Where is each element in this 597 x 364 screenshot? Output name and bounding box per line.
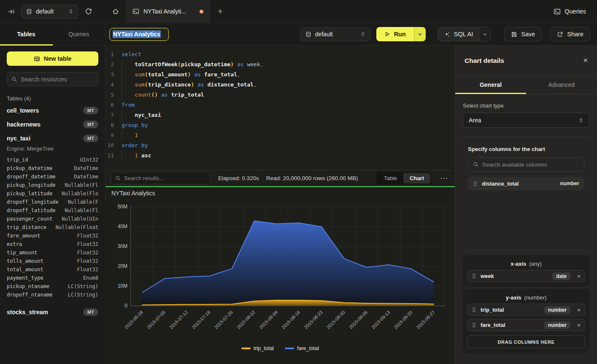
type-badge: number	[544, 306, 570, 314]
sidebar-item-stocks-stream[interactable]: stocks_stream MT	[7, 305, 98, 319]
legend-swatch	[285, 348, 294, 349]
chart-type-select[interactable]: Area	[463, 113, 589, 128]
columns-search[interactable]	[468, 157, 584, 172]
drag-handle-icon[interactable]	[473, 181, 478, 186]
drag-handle-icon[interactable]	[472, 307, 476, 313]
column-row[interactable]: pickup_datetimeDateTime	[7, 164, 98, 173]
column-row[interactable]: payment_typeEnum8	[7, 274, 98, 282]
available-column-distance-total[interactable]: distance_total number	[468, 177, 584, 190]
table-name: cell_towers	[7, 107, 39, 114]
run-database-selector[interactable]: default	[300, 27, 370, 41]
drop-zone[interactable]: DRAG COLUMNS HERE	[467, 335, 585, 348]
new-tab-button[interactable]: +	[210, 0, 230, 23]
query-title-input[interactable]: NYTaxi Analytics	[109, 28, 169, 41]
svg-text:2015-08-02: 2015-08-02	[236, 310, 256, 330]
column-row[interactable]: pickup_ntanameLC(String)	[7, 282, 98, 291]
query-title-selected-text: NYTaxi Analytics	[113, 30, 161, 38]
y-axis-item-fare-total[interactable]: fare_total number ×	[467, 319, 585, 331]
sidebar-item-cell-towers[interactable]: cell_towers MT	[7, 103, 98, 117]
sql-ai-button[interactable]: SQL AI	[438, 27, 479, 41]
database-selector[interactable]: default	[21, 5, 78, 19]
top-bar-left: default	[0, 0, 105, 23]
remove-column-icon[interactable]: ×	[577, 322, 581, 329]
query-tab[interactable]: NYTaxi Analyti...	[126, 0, 210, 23]
legend-item-trip-total[interactable]: trip_total	[241, 345, 274, 351]
results-search[interactable]	[111, 172, 211, 184]
svg-text:2015-09-27: 2015-09-27	[416, 310, 436, 330]
svg-text:2015-08-16: 2015-08-16	[281, 310, 301, 330]
database-selector-value: default	[315, 31, 333, 38]
column-row[interactable]: pickup_longitudeNullable(Fl	[7, 181, 98, 189]
legend-swatch	[241, 348, 251, 349]
refresh-icon[interactable]	[85, 8, 92, 15]
column-row[interactable]: extraFloat32	[7, 240, 98, 248]
results-search-input[interactable]	[124, 175, 206, 181]
column-row[interactable]: total_amountFloat32	[7, 265, 98, 274]
svg-text:20M: 20M	[118, 263, 127, 269]
column-row[interactable]: trip_idUInt32	[7, 156, 98, 164]
sql-editor[interactable]: 1select2 toStartOfWeek(pickup_datetime) …	[105, 46, 455, 170]
remove-column-icon[interactable]: ×	[577, 273, 581, 280]
more-options-button[interactable]: ···	[440, 175, 448, 182]
panel-tabs: General Advanced	[455, 76, 597, 94]
run-options-button[interactable]	[414, 27, 426, 41]
collapse-sidebar-icon[interactable]	[8, 8, 15, 15]
run-button[interactable]: Run	[376, 27, 414, 41]
sidebar-item-nyc-taxi[interactable]: nyc_taxi MT	[7, 131, 98, 145]
sidebar-search[interactable]	[7, 72, 98, 86]
new-table-label: New table	[44, 55, 71, 62]
close-icon[interactable]: ×	[583, 56, 588, 65]
home-button[interactable]	[105, 0, 126, 23]
column-row[interactable]: dropoff_longitudeNullable(F	[7, 198, 98, 206]
column-row[interactable]: passenger_countNullable(UIn	[7, 215, 98, 223]
view-toggle-table[interactable]: Table	[378, 173, 403, 183]
column-list: trip_idUInt32pickup_datetimeDateTimedrop…	[7, 156, 98, 299]
legend-label: trip_total	[254, 345, 274, 351]
save-button[interactable]: Save	[504, 27, 542, 41]
queries-button[interactable]: Queries	[554, 0, 597, 23]
chevron-down-icon	[483, 32, 487, 37]
legend-item-fare-total[interactable]: fare_total	[285, 345, 319, 351]
tab-advanced[interactable]: Advanced	[526, 76, 597, 94]
drag-handle-icon[interactable]	[472, 273, 476, 279]
run-label: Run	[394, 31, 406, 38]
share-button[interactable]: Share	[550, 27, 590, 41]
column-row[interactable]: trip_distanceNullable(Float	[7, 223, 98, 232]
column-row[interactable]: pickup_latitudeNullable(Flo	[7, 189, 98, 198]
engine-badge: MT	[83, 135, 98, 142]
column-row[interactable]: tip_amountFloat32	[7, 248, 98, 257]
main-content: 1select2 toStartOfWeek(pickup_datetime) …	[105, 46, 455, 364]
column-row[interactable]: dropoff_ntanameLC(String)	[7, 291, 98, 299]
sql-ai-options-button[interactable]	[479, 27, 490, 41]
tab-title: NYTaxi Analyti...	[143, 8, 186, 15]
sidebar-tab-queries[interactable]: Queries	[53, 23, 105, 45]
y-axis-hint: (number)	[524, 294, 547, 301]
column-row[interactable]: tolls_amountFloat32	[7, 257, 98, 265]
sidebar-item-hackernews[interactable]: hackernews MT	[7, 117, 98, 131]
remove-column-icon[interactable]: ×	[577, 307, 581, 313]
new-table-button[interactable]: New table	[7, 51, 98, 66]
terminal-icon	[132, 8, 139, 15]
x-axis-item-week[interactable]: week date ×	[467, 270, 585, 282]
sidebar-tab-tables[interactable]: Tables	[0, 23, 53, 45]
sidebar-search-input[interactable]	[21, 76, 94, 83]
column-row[interactable]: dropoff_latitudeNullable(Fl	[7, 206, 98, 215]
table-name: stocks_stream	[7, 309, 48, 315]
drag-handle-icon[interactable]	[472, 322, 476, 328]
columns-search-input[interactable]	[482, 162, 579, 168]
elapsed-stat: Elapsed: 0.320s	[218, 175, 259, 181]
svg-text:2015-07-19: 2015-07-19	[191, 310, 211, 330]
y-axis-item-trip-total[interactable]: trip_total number ×	[467, 304, 585, 316]
tab-general[interactable]: General	[455, 76, 526, 94]
view-toggle-chart[interactable]: Chart	[403, 173, 430, 183]
chart-type-value: Area	[469, 117, 481, 124]
run-button-group: Run	[376, 27, 426, 41]
x-axis-card: x-axis(any) week date ×	[463, 255, 589, 287]
column-row[interactable]: fare_amountFloat32	[7, 232, 98, 240]
sql-ai-label: SQL AI	[454, 31, 473, 38]
chart-legend: trip_total fare_total	[105, 345, 455, 351]
divider	[463, 251, 589, 251]
column-row[interactable]: dropoff_datetimeDateTime	[7, 173, 98, 181]
svg-text:2015-09-13: 2015-09-13	[370, 310, 391, 330]
svg-text:50M: 50M	[118, 204, 127, 210]
